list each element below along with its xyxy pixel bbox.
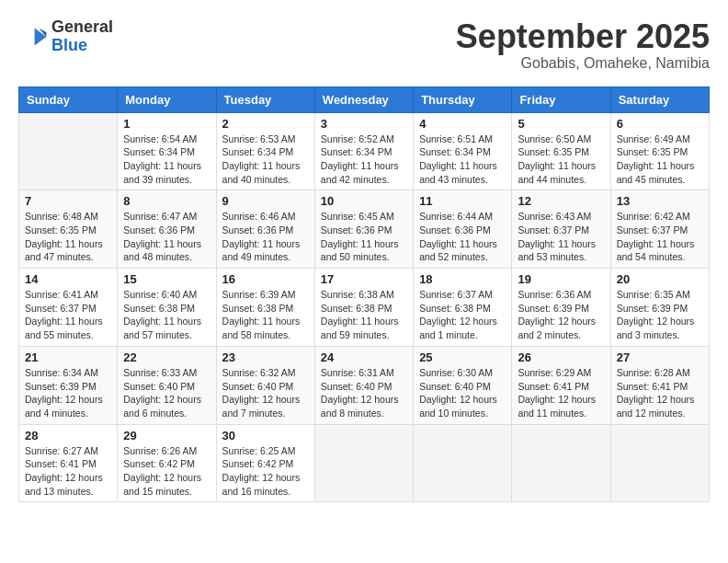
- calendar-cell: 30Sunrise: 6:25 AM Sunset: 6:42 PM Dayli…: [216, 424, 314, 502]
- day-info: Sunrise: 6:49 AM Sunset: 6:35 PM Dayligh…: [617, 132, 703, 187]
- calendar-cell: 28Sunrise: 6:27 AM Sunset: 6:41 PM Dayli…: [19, 424, 118, 502]
- weekday-header-thursday: Thursday: [414, 86, 512, 112]
- calendar-cell: [314, 424, 413, 502]
- day-number: 19: [518, 272, 604, 286]
- day-number: 11: [419, 194, 506, 208]
- day-info: Sunrise: 6:50 AM Sunset: 6:35 PM Dayligh…: [518, 132, 604, 187]
- day-info: Sunrise: 6:35 AM Sunset: 6:39 PM Dayligh…: [617, 288, 703, 342]
- calendar-cell: 19Sunrise: 6:36 AM Sunset: 6:39 PM Dayli…: [512, 269, 610, 347]
- day-number: 8: [123, 194, 210, 208]
- day-number: 22: [123, 350, 210, 364]
- day-info: Sunrise: 6:51 AM Sunset: 6:34 PM Dayligh…: [419, 132, 506, 187]
- day-info: Sunrise: 6:37 AM Sunset: 6:38 PM Dayligh…: [419, 288, 506, 342]
- title-block: September 2025 Gobabis, Omaheke, Namibia: [456, 18, 710, 72]
- day-info: Sunrise: 6:53 AM Sunset: 6:34 PM Dayligh…: [222, 132, 309, 187]
- calendar-cell: 3Sunrise: 6:52 AM Sunset: 6:34 PM Daylig…: [314, 112, 413, 190]
- day-info: Sunrise: 6:36 AM Sunset: 6:39 PM Dayligh…: [518, 288, 604, 342]
- calendar-cell: 1Sunrise: 6:54 AM Sunset: 6:34 PM Daylig…: [118, 112, 216, 190]
- day-number: 26: [518, 350, 604, 364]
- calendar-cell: 25Sunrise: 6:30 AM Sunset: 6:40 PM Dayli…: [414, 346, 512, 424]
- day-number: 14: [25, 272, 111, 286]
- day-number: 27: [617, 350, 703, 364]
- day-info: Sunrise: 6:48 AM Sunset: 6:35 PM Dayligh…: [25, 210, 111, 264]
- logo-text: General Blue: [51, 18, 113, 55]
- day-info: Sunrise: 6:38 AM Sunset: 6:38 PM Dayligh…: [321, 288, 407, 342]
- calendar-cell: 20Sunrise: 6:35 AM Sunset: 6:39 PM Dayli…: [610, 269, 709, 347]
- day-number: 25: [419, 350, 506, 364]
- calendar-cell: 18Sunrise: 6:37 AM Sunset: 6:38 PM Dayli…: [414, 269, 512, 347]
- day-number: 1: [123, 117, 210, 131]
- day-info: Sunrise: 6:46 AM Sunset: 6:36 PM Dayligh…: [222, 210, 309, 264]
- weekday-header-tuesday: Tuesday: [216, 86, 314, 112]
- calendar-week-row: 28Sunrise: 6:27 AM Sunset: 6:41 PM Dayli…: [19, 424, 710, 502]
- weekday-header-monday: Monday: [118, 86, 216, 112]
- day-number: 24: [321, 350, 407, 364]
- day-info: Sunrise: 6:31 AM Sunset: 6:40 PM Dayligh…: [321, 366, 407, 420]
- calendar-cell: 24Sunrise: 6:31 AM Sunset: 6:40 PM Dayli…: [314, 346, 413, 424]
- day-info: Sunrise: 6:43 AM Sunset: 6:37 PM Dayligh…: [518, 210, 604, 264]
- day-number: 5: [518, 117, 604, 131]
- location: Gobabis, Omaheke, Namibia: [456, 55, 710, 72]
- calendar-cell: 15Sunrise: 6:40 AM Sunset: 6:38 PM Dayli…: [118, 269, 216, 347]
- weekday-header-friday: Friday: [512, 86, 610, 112]
- day-number: 6: [617, 117, 703, 131]
- calendar-table: SundayMondayTuesdayWednesdayThursdayFrid…: [18, 86, 710, 503]
- day-info: Sunrise: 6:33 AM Sunset: 6:40 PM Dayligh…: [123, 366, 210, 420]
- logo-icon: [18, 22, 48, 52]
- day-info: Sunrise: 6:26 AM Sunset: 6:42 PM Dayligh…: [123, 444, 210, 499]
- calendar-cell: [414, 424, 512, 502]
- day-info: Sunrise: 6:34 AM Sunset: 6:39 PM Dayligh…: [25, 366, 111, 420]
- weekday-header-saturday: Saturday: [610, 86, 709, 112]
- calendar-week-row: 1Sunrise: 6:54 AM Sunset: 6:34 PM Daylig…: [19, 112, 710, 190]
- day-number: 29: [123, 429, 210, 442]
- calendar-week-row: 14Sunrise: 6:41 AM Sunset: 6:37 PM Dayli…: [19, 269, 710, 347]
- day-info: Sunrise: 6:28 AM Sunset: 6:41 PM Dayligh…: [617, 366, 703, 420]
- calendar-cell: [512, 424, 610, 502]
- day-number: 15: [123, 272, 210, 286]
- day-number: 10: [321, 194, 407, 208]
- calendar-cell: 29Sunrise: 6:26 AM Sunset: 6:42 PM Dayli…: [118, 424, 216, 502]
- calendar-cell: 27Sunrise: 6:28 AM Sunset: 6:41 PM Dayli…: [610, 346, 709, 424]
- day-info: Sunrise: 6:27 AM Sunset: 6:41 PM Dayligh…: [25, 444, 111, 499]
- calendar-cell: 13Sunrise: 6:42 AM Sunset: 6:37 PM Dayli…: [610, 190, 709, 269]
- calendar-cell: 7Sunrise: 6:48 AM Sunset: 6:35 PM Daylig…: [19, 190, 118, 269]
- weekday-header-row: SundayMondayTuesdayWednesdayThursdayFrid…: [19, 86, 710, 112]
- day-info: Sunrise: 6:25 AM Sunset: 6:42 PM Dayligh…: [222, 444, 309, 499]
- day-info: Sunrise: 6:41 AM Sunset: 6:37 PM Dayligh…: [25, 288, 111, 342]
- calendar-cell: 12Sunrise: 6:43 AM Sunset: 6:37 PM Dayli…: [512, 190, 610, 269]
- page-header: General Blue September 2025 Gobabis, Oma…: [18, 18, 710, 72]
- day-info: Sunrise: 6:39 AM Sunset: 6:38 PM Dayligh…: [222, 288, 309, 342]
- day-info: Sunrise: 6:52 AM Sunset: 6:34 PM Dayligh…: [321, 132, 407, 187]
- day-info: Sunrise: 6:45 AM Sunset: 6:36 PM Dayligh…: [321, 210, 407, 264]
- weekday-header-sunday: Sunday: [19, 86, 118, 112]
- day-number: 9: [222, 194, 309, 208]
- weekday-header-wednesday: Wednesday: [314, 86, 413, 112]
- day-number: 3: [321, 117, 407, 131]
- calendar-cell: 21Sunrise: 6:34 AM Sunset: 6:39 PM Dayli…: [19, 346, 118, 424]
- day-number: 30: [222, 429, 309, 442]
- day-number: 2: [222, 117, 309, 131]
- day-number: 20: [617, 272, 703, 286]
- day-info: Sunrise: 6:29 AM Sunset: 6:41 PM Dayligh…: [518, 366, 604, 420]
- calendar-week-row: 7Sunrise: 6:48 AM Sunset: 6:35 PM Daylig…: [19, 190, 710, 269]
- calendar-cell: 17Sunrise: 6:38 AM Sunset: 6:38 PM Dayli…: [314, 269, 413, 347]
- day-number: 12: [518, 194, 604, 208]
- day-number: 18: [419, 272, 506, 286]
- calendar-cell: 16Sunrise: 6:39 AM Sunset: 6:38 PM Dayli…: [216, 269, 314, 347]
- day-number: 23: [222, 350, 309, 364]
- day-number: 21: [25, 350, 111, 364]
- calendar-cell: 14Sunrise: 6:41 AM Sunset: 6:37 PM Dayli…: [19, 269, 118, 347]
- calendar-cell: 23Sunrise: 6:32 AM Sunset: 6:40 PM Dayli…: [216, 346, 314, 424]
- day-info: Sunrise: 6:47 AM Sunset: 6:36 PM Dayligh…: [123, 210, 210, 264]
- day-info: Sunrise: 6:44 AM Sunset: 6:36 PM Dayligh…: [419, 210, 506, 264]
- day-number: 16: [222, 272, 309, 286]
- calendar-cell: 26Sunrise: 6:29 AM Sunset: 6:41 PM Dayli…: [512, 346, 610, 424]
- calendar-cell: 5Sunrise: 6:50 AM Sunset: 6:35 PM Daylig…: [512, 112, 610, 190]
- svg-marker-0: [35, 28, 47, 45]
- calendar-cell: 4Sunrise: 6:51 AM Sunset: 6:34 PM Daylig…: [414, 112, 512, 190]
- day-number: 17: [321, 272, 407, 286]
- calendar-cell: 9Sunrise: 6:46 AM Sunset: 6:36 PM Daylig…: [216, 190, 314, 269]
- calendar-cell: 6Sunrise: 6:49 AM Sunset: 6:35 PM Daylig…: [610, 112, 709, 190]
- day-number: 13: [617, 194, 703, 208]
- calendar-cell: 10Sunrise: 6:45 AM Sunset: 6:36 PM Dayli…: [314, 190, 413, 269]
